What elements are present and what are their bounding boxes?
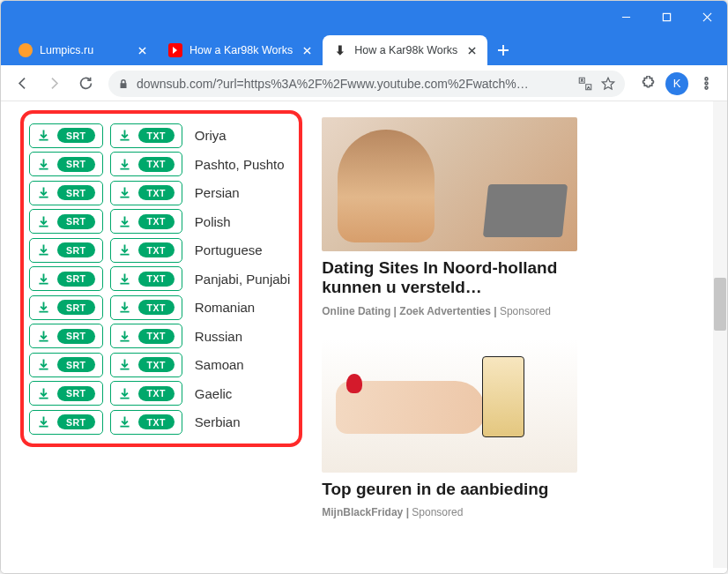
tab-close-button[interactable]	[300, 43, 314, 57]
download-icon	[117, 386, 132, 401]
download-srt-button[interactable]: SRT	[29, 266, 103, 291]
txt-pill: TXT	[138, 329, 175, 344]
language-row: SRTTXTPashto, Pushto	[29, 152, 290, 176]
ad-extra: Zoek Advertenties	[399, 305, 491, 317]
favicon-downsub-icon: ⬇	[333, 43, 347, 57]
download-txt-button[interactable]: TXT	[110, 295, 182, 320]
download-txt-button[interactable]: TXT	[110, 381, 182, 406]
extensions-button[interactable]	[634, 70, 662, 98]
download-icon	[117, 329, 132, 344]
language-row: SRTTXTOriya	[29, 123, 290, 148]
download-icon	[36, 128, 51, 143]
txt-pill: TXT	[138, 157, 175, 172]
language-label: Romanian	[189, 300, 255, 315]
srt-pill: SRT	[57, 414, 95, 429]
download-txt-button[interactable]: TXT	[110, 209, 182, 234]
avatar-letter: K	[673, 77, 681, 90]
ad-source: Online Dating	[322, 305, 390, 317]
language-row: SRTTXTPolish	[29, 209, 290, 234]
reload-button[interactable]	[71, 70, 100, 98]
download-txt-button[interactable]: TXT	[110, 353, 182, 377]
address-bar[interactable]: downsub.com/?url=https%3A%2F%2Fwww.youtu…	[108, 71, 625, 97]
download-icon	[36, 242, 51, 257]
translate-icon[interactable]	[577, 76, 593, 92]
ad-card[interactable]: Top geuren in de aanbieding MijnBlackFri…	[322, 339, 708, 518]
svg-point-2	[705, 82, 708, 85]
txt-pill: TXT	[138, 185, 175, 200]
tab-close-button[interactable]	[464, 43, 479, 57]
download-srt-button[interactable]: SRT	[29, 324, 103, 348]
download-srt-button[interactable]: SRT	[29, 181, 103, 205]
download-txt-button[interactable]: TXT	[110, 266, 182, 291]
language-label: Portuguese	[189, 242, 263, 257]
language-row: SRTTXTRomanian	[29, 295, 290, 320]
srt-pill: SRT	[57, 329, 95, 344]
language-label: Samoan	[189, 357, 244, 372]
forward-button[interactable]	[40, 70, 68, 98]
txt-pill: TXT	[138, 414, 175, 429]
svg-rect-0	[663, 13, 670, 20]
window-minimize-button[interactable]	[605, 1, 646, 33]
browser-toolbar: downsub.com/?url=https%3A%2F%2Fwww.youtu…	[1, 66, 727, 101]
language-label: Polish	[189, 214, 231, 229]
language-label: Russian	[189, 329, 242, 344]
new-tab-button[interactable]	[491, 38, 516, 63]
srt-pill: SRT	[57, 386, 95, 401]
srt-pill: SRT	[57, 157, 95, 172]
download-icon	[117, 185, 132, 200]
download-srt-button[interactable]: SRT	[29, 410, 103, 435]
vertical-scrollbar[interactable]	[713, 101, 727, 568]
download-srt-button[interactable]: SRT	[29, 381, 103, 406]
language-row: SRTTXTRussian	[29, 324, 290, 348]
download-srt-button[interactable]: SRT	[29, 238, 103, 263]
download-srt-button[interactable]: SRT	[29, 353, 103, 377]
profile-avatar[interactable]: K	[665, 72, 688, 95]
ad-sponsored: Sponsored	[500, 305, 551, 317]
scrollbar-thumb[interactable]	[714, 278, 726, 331]
language-label: Serbian	[189, 414, 241, 429]
language-row: SRTTXTPanjabi, Punjabi	[29, 266, 290, 291]
tab-downsub[interactable]: ⬇ How a Kar98k Works	[323, 35, 487, 65]
srt-pill: SRT	[57, 214, 95, 229]
txt-pill: TXT	[138, 242, 175, 257]
tab-lumpics[interactable]: Lumpics.ru	[8, 35, 158, 65]
language-row: SRTTXTPersian	[29, 181, 290, 205]
download-txt-button[interactable]: TXT	[110, 410, 182, 435]
language-label: Oriya	[189, 128, 227, 143]
download-txt-button[interactable]: TXT	[110, 238, 182, 263]
download-icon	[36, 300, 51, 315]
window-maximize-button[interactable]	[646, 1, 687, 33]
download-icon	[36, 157, 51, 172]
download-icon	[36, 214, 51, 229]
language-row: SRTTXTPortuguese	[29, 238, 290, 263]
menu-button[interactable]	[692, 70, 720, 98]
download-srt-button[interactable]: SRT	[29, 152, 103, 176]
tab-youtube[interactable]: How a Kar98k Works	[158, 35, 323, 65]
svg-point-1	[705, 78, 708, 80]
language-row: SRTTXTSerbian	[29, 410, 290, 435]
download-srt-button[interactable]: SRT	[29, 295, 103, 320]
srt-pill: SRT	[57, 242, 95, 257]
tab-close-button[interactable]	[135, 43, 149, 57]
download-icon	[36, 414, 51, 429]
download-srt-button[interactable]: SRT	[29, 123, 103, 148]
star-icon[interactable]	[600, 76, 616, 92]
language-label: Gaelic	[189, 386, 233, 401]
download-icon	[117, 242, 132, 257]
ad-card[interactable]: Dating Sites In Noord-holland kunnen u v…	[322, 117, 708, 317]
language-label: Pashto, Pushto	[189, 157, 285, 172]
download-txt-button[interactable]: TXT	[110, 123, 182, 148]
download-srt-button[interactable]: SRT	[29, 209, 103, 234]
download-icon	[36, 329, 51, 344]
download-icon	[36, 386, 51, 401]
download-txt-button[interactable]: TXT	[110, 152, 182, 176]
download-txt-button[interactable]: TXT	[110, 181, 182, 205]
download-icon	[36, 272, 51, 287]
tab-strip: Lumpics.ru How a Kar98k Works ⬇ How a Ka…	[1, 32, 727, 65]
browser-window: Lumpics.ru How a Kar98k Works ⬇ How a Ka…	[0, 0, 728, 574]
back-button[interactable]	[8, 70, 36, 98]
window-close-button[interactable]	[687, 1, 727, 33]
download-icon	[117, 128, 132, 143]
download-txt-button[interactable]: TXT	[110, 324, 182, 348]
ad-image	[322, 117, 577, 251]
